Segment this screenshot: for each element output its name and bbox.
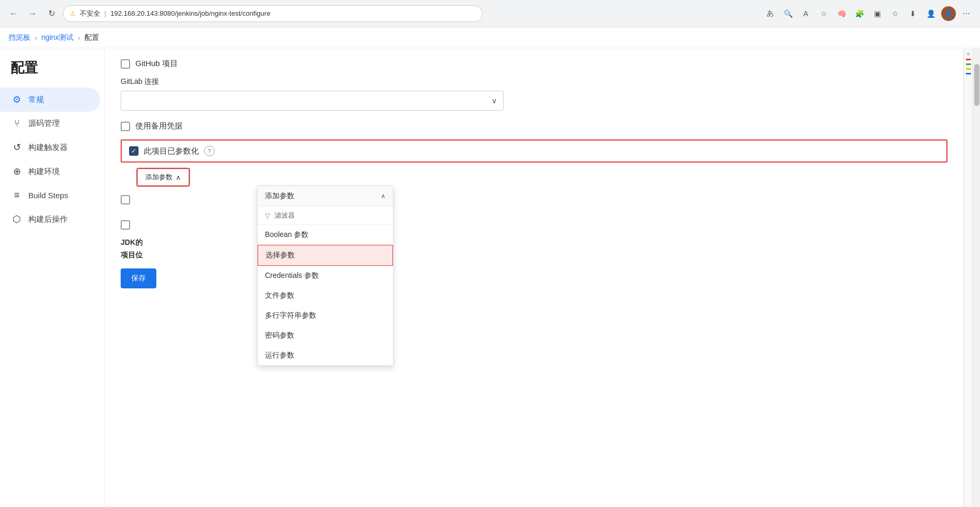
dropdown-item-file[interactable]: 文件参数: [258, 286, 393, 306]
favorites-button[interactable]: ☆: [888, 6, 902, 21]
content-area: GitHub 项目 GitLab 连接 ∨ 使用备用凭据 ✓ 此项目已参数化 ?: [105, 48, 963, 507]
parameterized-outline: ✓ 此项目已参数化 ?: [121, 139, 947, 163]
project-label: 项目位: [121, 251, 143, 259]
project-field: 项目位: [121, 251, 947, 260]
main-layout: 配置 ⚙ 常规 ⑂ 源码管理 ↺ 构建触发器 ⊕ 构建环境 ≡ Build St…: [0, 48, 980, 507]
add-param-arrow-icon: ∧: [176, 174, 181, 181]
sidebar-item-label-general: 常规: [28, 95, 44, 105]
parameterized-checkbox[interactable]: ✓: [129, 146, 139, 156]
breadcrumb-sep1: ›: [35, 34, 37, 42]
dropdown-header: 添加参数 ∧: [258, 186, 393, 207]
right-dot1: [967, 52, 970, 56]
sidebar-item-label-env: 构建环境: [28, 167, 60, 177]
download-button[interactable]: ⬇: [906, 6, 920, 21]
chevron-down-icon: ∨: [492, 96, 497, 105]
right-bar-green: [966, 63, 971, 65]
security-warning-icon: ⚠: [70, 10, 76, 17]
reload-button[interactable]: ↻: [44, 6, 59, 21]
build-steps-icon: ≡: [10, 190, 23, 201]
dropdown-header-label: 添加参数: [265, 191, 294, 201]
sidebar-item-post-build[interactable]: ⬡ 构建后操作: [0, 207, 104, 231]
gitlab-connection-section: GitLab 连接 ∨: [121, 77, 947, 111]
font-button[interactable]: A: [798, 6, 813, 21]
jdk-label: JDK的: [121, 238, 143, 246]
avatar[interactable]: 👤: [941, 6, 956, 21]
sidebar: 配置 ⚙ 常规 ⑂ 源码管理 ↺ 构建触发器 ⊕ 构建环境 ≡ Build St…: [0, 48, 105, 507]
breadcrumb-sep2: ›: [78, 34, 80, 42]
sidebar-item-label-post-build: 构建后操作: [28, 214, 68, 224]
dropdown-item-run[interactable]: 运行参数: [258, 346, 393, 365]
parameterized-label: 此项目已参数化: [144, 146, 199, 156]
extension-button1[interactable]: 🧠: [834, 6, 849, 21]
dropdown-item-credentials[interactable]: Credentials 参数: [258, 266, 393, 286]
save-button[interactable]: 保存: [121, 268, 156, 288]
extra-checkbox2[interactable]: [121, 220, 130, 230]
post-build-icon: ⬡: [10, 213, 23, 225]
url-text: 192.168.20.143:8080/jenkins/job/nginx-te…: [110, 9, 476, 17]
forward-button[interactable]: →: [25, 6, 40, 21]
sidebar-item-scm[interactable]: ⑂ 源码管理: [0, 112, 104, 135]
translate-button[interactable]: あ: [763, 6, 777, 21]
zoom-button[interactable]: 🔍: [781, 6, 795, 21]
profile-button[interactable]: 👤: [923, 6, 938, 21]
more-button[interactable]: ⋯: [959, 6, 974, 21]
dropdown-search-row: ▽ 滤波器: [258, 207, 393, 225]
help-icon[interactable]: ?: [204, 146, 215, 156]
sidebar-item-triggers[interactable]: ↺ 构建触发器: [0, 135, 104, 159]
backup-credentials-row: 使用备用凭据: [121, 121, 947, 131]
browser-chrome: ← → ↻ ⚠ 不安全 | 192.168.20.143:8080/jenkin…: [0, 0, 980, 27]
github-project-row: GitHub 项目: [121, 59, 947, 69]
back-button[interactable]: ←: [6, 6, 21, 21]
breadcrumb-home[interactable]: 挡泥板: [8, 33, 30, 42]
sidebar-item-label-scm: 源码管理: [28, 118, 60, 128]
dropdown-menu: 添加参数 ∧ ▽ 滤波器 Boolean 参数 选择参数 Credentials…: [257, 186, 393, 366]
browser-actions: あ 🔍 A ☆ 🧠 🧩 ▣ ☆ ⬇ 👤 👤 ⋯: [763, 6, 974, 21]
extension-button2[interactable]: 🧩: [852, 6, 867, 21]
dropdown-item-password[interactable]: 密码参数: [258, 326, 393, 346]
right-bar-yellow: [966, 68, 971, 70]
gear-icon: ⚙: [10, 94, 23, 105]
breadcrumb-job[interactable]: nginx测试: [41, 33, 73, 42]
dropdown-item-multiline[interactable]: 多行字符串参数: [258, 306, 393, 326]
add-param-button[interactable]: 添加参数 ∧: [137, 169, 189, 186]
address-bar[interactable]: ⚠ 不安全 | 192.168.20.143:8080/jenkins/job/…: [63, 5, 483, 22]
breadcrumb-current: 配置: [84, 33, 99, 42]
backup-credentials-label: 使用备用凭据: [135, 121, 183, 131]
sidebar-item-general[interactable]: ⚙ 常规: [0, 88, 100, 112]
right-bar-red: [966, 59, 971, 60]
tab-button[interactable]: ▣: [870, 6, 885, 21]
add-param-label: 添加参数: [145, 172, 173, 182]
extra-checkbox1[interactable]: [121, 195, 130, 204]
dropdown-item-choice[interactable]: 选择参数: [258, 245, 393, 266]
env-icon: ⊕: [10, 166, 23, 177]
extra-checkbox-row2: [121, 220, 947, 230]
scroll-thumb[interactable]: [974, 64, 979, 106]
right-panel: [963, 48, 973, 507]
scm-icon: ⑂: [10, 118, 23, 129]
github-project-checkbox[interactable]: [121, 59, 130, 69]
sidebar-title: 配置: [0, 59, 104, 88]
dropdown-collapse-icon[interactable]: ∧: [381, 192, 386, 200]
gitlab-connection-select[interactable]: ∨: [121, 91, 504, 111]
github-project-label: GitHub 项目: [135, 59, 178, 69]
backup-credentials-checkbox[interactable]: [121, 122, 130, 131]
sidebar-item-env[interactable]: ⊕ 构建环境: [0, 159, 104, 184]
security-warning-text: 不安全: [80, 9, 100, 18]
scrollbar[interactable]: [973, 48, 980, 507]
trigger-icon: ↺: [10, 142, 23, 153]
sidebar-item-label-build-steps: Build Steps: [28, 191, 68, 200]
right-bar-blue: [966, 73, 971, 74]
filter-icon: ▽: [265, 212, 270, 220]
breadcrumb: 挡泥板 › nginx测试 › 配置: [0, 27, 980, 48]
filter-label: 滤波器: [274, 211, 295, 220]
sidebar-item-build-steps[interactable]: ≡ Build Steps: [0, 184, 104, 207]
dropdown-item-boolean[interactable]: Boolean 参数: [258, 225, 393, 245]
extra-checkbox-row1: [121, 195, 947, 204]
gitlab-connection-label: GitLab 连接: [121, 77, 947, 87]
bookmark-button[interactable]: ☆: [816, 6, 831, 21]
sidebar-item-label-triggers: 构建触发器: [28, 143, 68, 153]
jdk-field: JDK的: [121, 238, 947, 247]
